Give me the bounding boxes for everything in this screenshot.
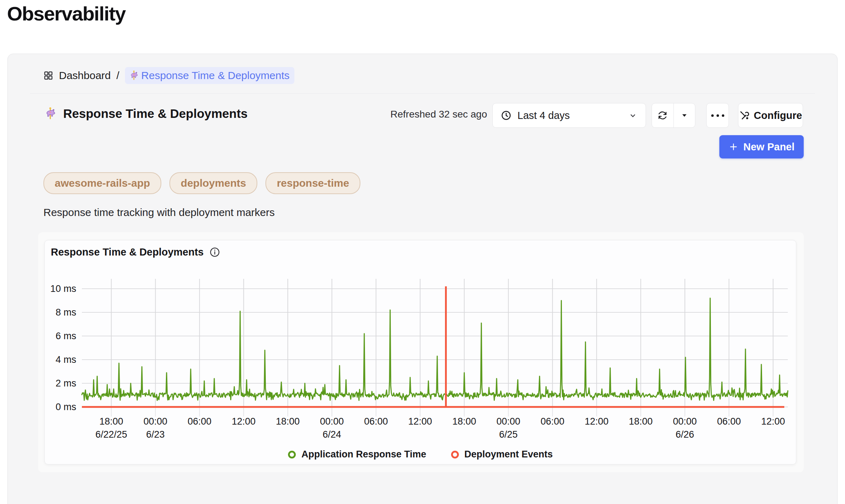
svg-text:12:00: 12:00 xyxy=(232,416,256,427)
dashboard-grid-icon xyxy=(43,71,53,80)
configure-label: Configure xyxy=(754,110,802,121)
new-panel-button[interactable]: New Panel xyxy=(719,135,804,158)
tag-deployments[interactable]: deployments xyxy=(169,172,257,194)
svg-text:18:00: 18:00 xyxy=(453,416,477,427)
svg-text:6 ms: 6 ms xyxy=(55,331,76,341)
info-icon[interactable] xyxy=(209,247,220,258)
legend-label: Deployment Events xyxy=(465,449,553,460)
svg-text:4 ms: 4 ms xyxy=(55,354,76,365)
tag-list: awesome-rails-app deployments response-t… xyxy=(43,172,360,194)
clock-icon xyxy=(501,110,512,121)
svg-text:06:00: 06:00 xyxy=(717,416,741,427)
tag-response-time[interactable]: response-time xyxy=(265,172,360,194)
refresh-icon xyxy=(657,110,668,121)
time-range-select[interactable]: Last 4 days xyxy=(492,103,646,128)
svg-text:06:00: 06:00 xyxy=(364,416,388,427)
chevron-down-icon xyxy=(628,110,638,120)
refresh-button[interactable] xyxy=(652,103,673,127)
new-panel-label: New Panel xyxy=(743,141,795,153)
breadcrumb-current-label: Response Time & Deployments xyxy=(141,70,289,82)
svg-text:06:00: 06:00 xyxy=(541,416,565,427)
refresh-button-group xyxy=(652,103,695,128)
configure-button[interactable]: Configure xyxy=(738,103,803,128)
time-range-value: Last 4 days xyxy=(517,110,622,121)
carousel-horse-icon xyxy=(43,107,57,120)
refreshed-status: Refreshed 32 sec ago xyxy=(367,109,487,120)
svg-text:10 ms: 10 ms xyxy=(50,283,76,294)
panel-title: Response Time & Deployments xyxy=(63,107,248,121)
carousel-horse-icon xyxy=(128,70,139,81)
wrench-screwdriver-icon xyxy=(739,110,750,121)
legend-item[interactable]: Deployment Events xyxy=(451,449,553,460)
svg-text:6/23: 6/23 xyxy=(146,429,165,440)
svg-text:00:00: 00:00 xyxy=(320,416,344,427)
legend-marker-icon xyxy=(451,451,459,458)
legend-item[interactable]: Application Response Time xyxy=(288,449,426,460)
svg-text:06:00: 06:00 xyxy=(188,416,212,427)
svg-text:6/26: 6/26 xyxy=(676,429,694,440)
breadcrumb-separator: / xyxy=(116,70,119,82)
caret-down-icon xyxy=(680,111,689,120)
response-time-chart[interactable]: 0 ms2 ms4 ms6 ms8 ms10 ms18:006/22/2500:… xyxy=(44,240,796,464)
svg-text:2 ms: 2 ms xyxy=(55,378,76,389)
svg-text:6/24: 6/24 xyxy=(323,429,341,440)
more-actions-button[interactable] xyxy=(706,103,729,128)
panel-heading: Response Time & Deployments xyxy=(43,104,248,124)
svg-text:12:00: 12:00 xyxy=(408,416,432,427)
svg-text:18:00: 18:00 xyxy=(629,416,653,427)
svg-text:18:00: 18:00 xyxy=(100,416,124,427)
svg-text:0 ms: 0 ms xyxy=(55,402,76,412)
svg-text:00:00: 00:00 xyxy=(673,416,697,427)
plus-icon xyxy=(729,142,738,152)
breadcrumb-dashboard-link[interactable]: Dashboard xyxy=(59,70,111,82)
legend-label: Application Response Time xyxy=(301,449,426,460)
page-title: Observability xyxy=(7,2,125,25)
svg-text:18:00: 18:00 xyxy=(276,416,300,427)
svg-text:6/25: 6/25 xyxy=(499,429,518,440)
tag-awesome-rails-app[interactable]: awesome-rails-app xyxy=(43,172,161,194)
breadcrumb-current-link[interactable]: Response Time & Deployments xyxy=(125,67,294,84)
svg-text:12:00: 12:00 xyxy=(585,416,609,427)
refresh-options-button[interactable] xyxy=(673,103,695,127)
svg-text:12:00: 12:00 xyxy=(761,416,785,427)
observability-page: Observability Dashboard / Response Time … xyxy=(0,0,845,504)
svg-text:6/22/25: 6/22/25 xyxy=(95,429,127,440)
chart-heading: Response Time & Deployments xyxy=(51,246,220,258)
header-divider xyxy=(30,93,815,94)
ellipsis-icon xyxy=(711,114,724,117)
svg-text:8 ms: 8 ms xyxy=(55,307,76,318)
chart-legend: Application Response TimeDeployment Even… xyxy=(44,449,796,460)
chart-title: Response Time & Deployments xyxy=(51,246,204,258)
panel-description: Response time tracking with deployment m… xyxy=(43,206,275,218)
svg-text:00:00: 00:00 xyxy=(144,416,168,427)
breadcrumb: Dashboard / Response Time & Deployments xyxy=(43,65,294,86)
legend-marker-icon xyxy=(288,451,296,458)
svg-text:00:00: 00:00 xyxy=(497,416,521,427)
